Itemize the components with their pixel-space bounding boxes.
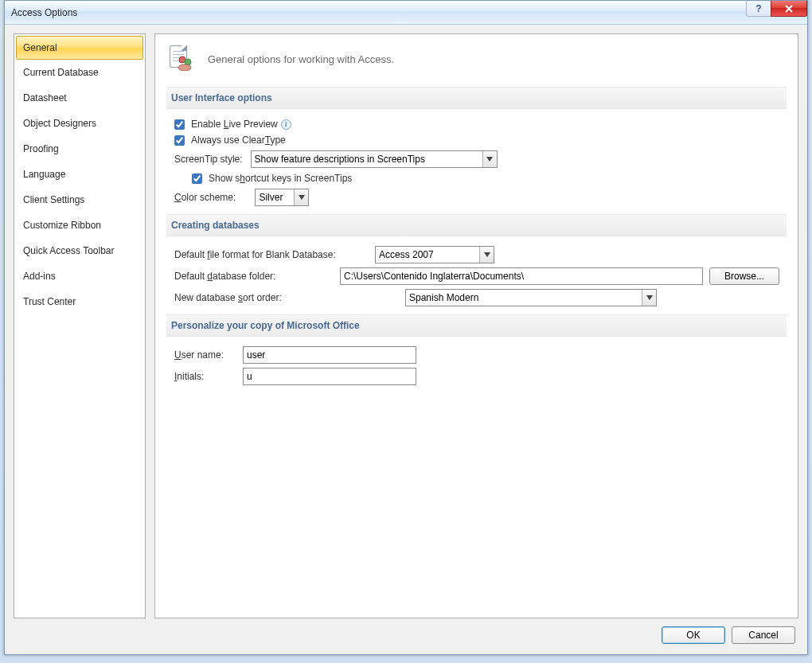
user-name-input[interactable] <box>243 346 416 364</box>
show-shortcut-keys-label: Show shortcut keys in ScreenTips <box>209 173 352 184</box>
general-options-icon <box>170 45 197 72</box>
info-icon[interactable]: i <box>281 119 291 130</box>
access-options-dialog: Access Options ? General Current Databas… <box>4 0 808 655</box>
sidebar-item-trust-center[interactable]: Trust Center <box>14 289 145 314</box>
sidebar-item-datasheet[interactable]: Datasheet <box>14 85 145 111</box>
sidebar-item-quick-access-toolbar[interactable]: Quick Access Toolbar <box>14 238 145 263</box>
color-scheme-select[interactable]: Silver <box>255 189 309 206</box>
enable-live-preview-label: Enable Live Preview <box>191 119 278 130</box>
show-shortcut-keys-checkbox[interactable] <box>192 174 202 184</box>
screentip-style-select[interactable]: Show feature descriptions in ScreenTips <box>251 150 498 168</box>
options-content: General options for working with Access.… <box>154 33 798 618</box>
sidebar-item-proofing[interactable]: Proofing <box>14 136 145 162</box>
help-button[interactable]: ? <box>746 1 771 17</box>
help-icon: ? <box>755 3 761 14</box>
default-database-folder-label: Default database folder: <box>174 271 334 282</box>
sidebar-item-current-database[interactable]: Current Database <box>14 60 145 85</box>
screentip-style-label: ScreenTip style: <box>174 154 243 165</box>
enable-live-preview-checkbox[interactable] <box>174 119 185 130</box>
initials-label: Initials: <box>174 371 236 382</box>
section-creating-databases: Creating databases <box>166 214 787 236</box>
initials-input[interactable] <box>243 368 416 385</box>
browse-button[interactable]: Browse... <box>709 267 779 285</box>
user-name-label: User name: <box>174 349 236 361</box>
section-personalize: Personalize your copy of Microsoft Offic… <box>166 314 787 337</box>
close-icon <box>784 5 794 13</box>
new-database-sort-order-label: New database sort order: <box>174 292 399 303</box>
cancel-button[interactable]: Cancel <box>732 626 795 644</box>
category-sidebar: General Current Database Datasheet Objec… <box>14 33 146 618</box>
svg-point-2 <box>178 64 191 71</box>
sidebar-item-add-ins[interactable]: Add-ins <box>14 263 145 289</box>
close-button[interactable] <box>771 1 807 17</box>
sidebar-item-object-designers[interactable]: Object Designers <box>14 111 145 136</box>
page-heading: General options for working with Access. <box>208 53 394 65</box>
default-file-format-label: Default file format for Blank Database: <box>174 249 369 260</box>
sidebar-item-client-settings[interactable]: Client Settings <box>14 187 145 213</box>
window-title: Access Options <box>11 7 77 18</box>
always-cleartype-checkbox[interactable] <box>174 135 185 146</box>
always-cleartype-label: Always use ClearType <box>191 135 286 146</box>
sidebar-item-general[interactable]: General <box>16 36 143 60</box>
sidebar-item-customize-ribbon[interactable]: Customize Ribbon <box>14 213 145 238</box>
new-database-sort-order-select[interactable]: Spanish Modern <box>405 289 657 306</box>
default-file-format-select[interactable]: Access 2007 <box>375 246 494 263</box>
ok-button[interactable]: OK <box>662 626 725 644</box>
default-database-folder-input[interactable] <box>340 267 703 285</box>
color-scheme-label: Color scheme: <box>174 192 236 203</box>
sidebar-item-language[interactable]: Language <box>14 162 145 187</box>
dialog-footer: OK Cancel <box>14 618 798 645</box>
section-ui-options: User Interface options <box>166 87 787 109</box>
titlebar: Access Options ? <box>5 1 807 25</box>
